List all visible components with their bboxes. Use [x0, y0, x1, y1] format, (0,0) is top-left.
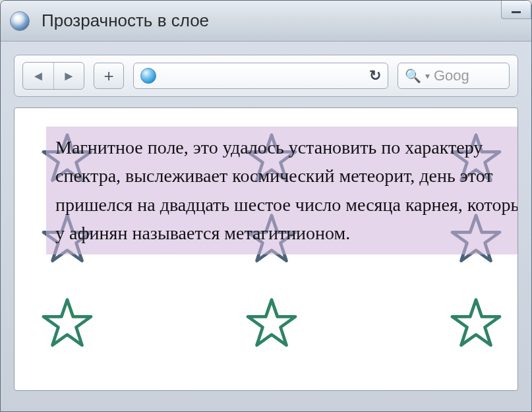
search-placeholder: Goog	[434, 67, 469, 84]
back-button[interactable]: ◄	[23, 63, 53, 89]
content-frame: Магнитное поле, это удалось установить п…	[14, 107, 518, 391]
page-content: Магнитное поле, это удалось установить п…	[15, 127, 517, 390]
back-arrow-icon: ◄	[32, 69, 45, 84]
address-bar[interactable]: ↻	[133, 63, 388, 89]
site-globe-icon	[140, 68, 156, 84]
nav-buttons: ◄ ►	[22, 62, 84, 90]
new-tab-button[interactable]: +	[94, 63, 124, 89]
star-row-3	[41, 297, 517, 349]
star-icon	[245, 297, 298, 349]
reload-button[interactable]: ↻	[369, 67, 381, 84]
minimize-button[interactable]	[501, 1, 531, 19]
star-icon	[41, 297, 94, 349]
browser-window: Прозрачность в слое ◄ ► + ↻ 🔍 ▾ Goog	[0, 0, 532, 412]
search-icon: 🔍	[405, 68, 421, 84]
window-controls	[501, 1, 531, 19]
favicon-globe-icon	[10, 11, 30, 31]
toolbar: ◄ ► + ↻ 🔍 ▾ Goog	[14, 55, 518, 97]
forward-button[interactable]: ►	[53, 63, 84, 89]
window-title: Прозрачность в слое	[42, 11, 522, 31]
forward-arrow-icon: ►	[63, 69, 76, 84]
star-icon	[450, 297, 502, 349]
search-bar[interactable]: 🔍 ▾ Goog	[398, 63, 510, 89]
titlebar: Прозрачность в слое	[1, 1, 531, 42]
search-engine-dropdown-icon[interactable]: ▾	[425, 71, 430, 81]
body-paragraph: Магнитное поле, это удалось установить п…	[46, 127, 518, 254]
plus-icon: +	[103, 66, 113, 86]
